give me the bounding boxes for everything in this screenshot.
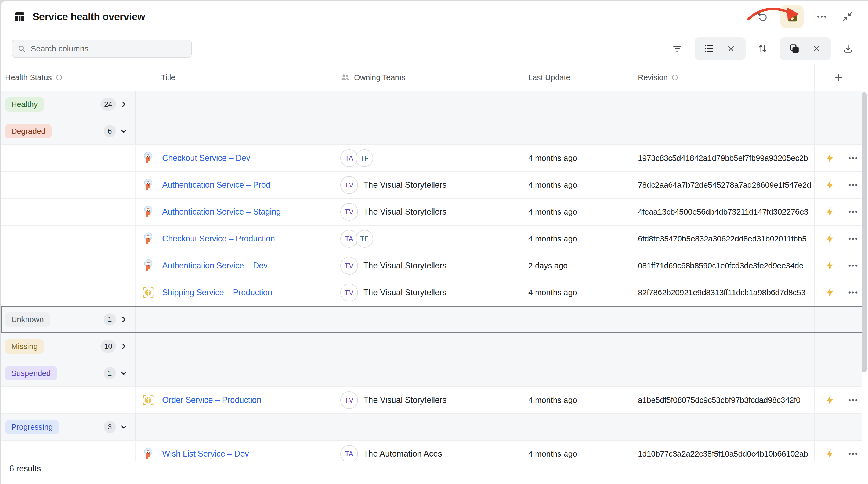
last-update-cell: 4 months ago (522, 226, 629, 252)
cube-service-icon (142, 286, 155, 299)
title-cell (136, 91, 332, 117)
download-button[interactable] (841, 41, 856, 56)
entity-row[interactable]: Authentication Service – DevTVThe Visual… (1, 253, 862, 279)
entity-row[interactable]: Authentication Service – ProdTVThe Visua… (1, 172, 862, 199)
column-header-actions (814, 64, 862, 91)
title-cell (136, 118, 332, 144)
status-badge: Progressing (5, 420, 59, 434)
last-update-cell (522, 414, 629, 440)
title-cell (136, 333, 332, 360)
entity-row[interactable]: Authentication Service – StagingTVThe Vi… (1, 199, 862, 226)
page-title: Service health overview (32, 11, 145, 23)
column-header-last-update[interactable]: Last Update (522, 64, 629, 91)
clear-list-view-button[interactable] (723, 41, 739, 56)
row-actions-menu-button[interactable] (847, 259, 859, 272)
widget-header: Service health overview (1, 1, 868, 33)
row-actions-menu-button[interactable] (847, 152, 859, 164)
column-header-owning-teams[interactable]: Owning Teams (332, 64, 522, 91)
row-actions-menu-button[interactable] (847, 179, 859, 191)
chevron-right-icon[interactable] (120, 100, 128, 108)
group-by-button[interactable] (787, 41, 802, 56)
owning-teams-cell: TVThe Visual Storytellers (332, 199, 522, 225)
revision-hash: 081ff71d69c68b8590c1e0fcd3de3fe2d9ee34de (638, 261, 803, 270)
list-view-icon (704, 43, 714, 54)
row-actions-menu-button[interactable] (847, 286, 859, 299)
team-avatar: TV (340, 284, 358, 302)
actions-cell (814, 360, 862, 387)
owning-teams-cell: TAThe Automation Aces (332, 441, 522, 461)
team-avatar: TV (340, 257, 358, 275)
entity-title-link[interactable]: Authentication Service – Dev (162, 261, 268, 271)
entity-title-link[interactable]: Authentication Service – Staging (162, 207, 281, 217)
revision-hash: a1be5df5f08075dc9c53cbf97b3fcdad98c342f0 (638, 396, 800, 405)
column-header-health-status[interactable]: Health Status (1, 64, 136, 91)
chevron-right-icon[interactable] (120, 315, 128, 323)
cube-service-icon (142, 393, 155, 407)
group-row-missing[interactable]: Missing10 (1, 333, 862, 360)
quick-action-button[interactable] (824, 206, 836, 218)
quick-action-button[interactable] (824, 233, 836, 245)
entity-title-link[interactable]: Checkout Service – Production (162, 234, 275, 244)
actions-cell (814, 253, 862, 279)
team-name: The Visual Storytellers (363, 180, 446, 190)
group-row-healthy[interactable]: Healthy24 (1, 91, 862, 118)
add-column-button[interactable] (833, 72, 843, 83)
quick-action-button[interactable] (824, 152, 836, 164)
actions-cell (814, 306, 862, 333)
actions-cell (814, 118, 862, 144)
quick-action-button[interactable] (824, 448, 836, 459)
quick-action-button[interactable] (824, 395, 836, 406)
quick-action-button[interactable] (824, 179, 836, 191)
group-by-icon (789, 43, 800, 54)
chevron-down-icon[interactable] (120, 369, 128, 377)
entity-title-link[interactable]: Checkout Service – Dev (162, 153, 250, 163)
chevron-down-icon[interactable] (120, 127, 128, 135)
last-update-text: 4 months ago (528, 449, 577, 458)
chevron-down-icon[interactable] (120, 423, 128, 431)
list-view-button[interactable] (702, 41, 716, 56)
search-columns-input[interactable] (30, 44, 186, 54)
row-actions-menu-button[interactable] (847, 206, 859, 218)
search-columns-box[interactable] (11, 39, 192, 58)
more-options-button[interactable] (814, 9, 829, 24)
column-header-revision[interactable]: Revision (629, 64, 814, 91)
info-icon[interactable] (672, 74, 678, 81)
entity-title-link[interactable]: Shipping Service – Production (162, 288, 272, 297)
actions-cell (814, 279, 862, 306)
row-actions-menu-button[interactable] (847, 233, 859, 245)
entity-row[interactable]: Wish List Service – DevTAThe Automation … (1, 441, 862, 461)
clear-group-by-button[interactable] (809, 41, 824, 56)
chevron-right-icon[interactable] (120, 342, 128, 350)
row-actions-menu-button[interactable] (847, 448, 859, 460)
entity-title-link[interactable]: Order Service – Production (162, 395, 261, 405)
actions-cell (814, 333, 862, 360)
team-name: The Visual Storytellers (363, 261, 446, 271)
group-row-unknown[interactable]: Unknown1 (1, 306, 862, 333)
entity-row[interactable]: Checkout Service – ProductionTATF4 month… (1, 226, 862, 253)
filter-button[interactable] (670, 41, 685, 56)
collapse-widget-button[interactable] (840, 9, 855, 24)
entity-row[interactable]: Shipping Service – ProductionTVThe Visua… (1, 279, 862, 306)
column-header-title[interactable]: Title (136, 64, 332, 91)
entity-title-link[interactable]: Authentication Service – Prod (162, 180, 271, 190)
undo-icon (756, 11, 768, 23)
group-row-suspended[interactable]: Suspended1 (1, 360, 862, 387)
entity-row[interactable]: Checkout Service – DevTATF4 months ago19… (1, 145, 862, 172)
info-icon[interactable] (56, 74, 63, 81)
quick-action-button[interactable] (824, 287, 836, 298)
save-view-button[interactable] (780, 5, 804, 28)
sort-button[interactable] (755, 41, 770, 56)
quick-action-button[interactable] (824, 260, 836, 271)
undo-button[interactable] (755, 9, 770, 24)
row-actions-menu-button[interactable] (847, 394, 859, 406)
download-icon (843, 43, 854, 54)
group-row-progressing[interactable]: Progressing3 (1, 414, 862, 441)
lightning-icon (824, 152, 836, 164)
group-count-badge: 1 (104, 313, 116, 325)
group-row-degraded[interactable]: Degraded6 (1, 118, 862, 145)
actions-cell (814, 226, 862, 252)
health-status-cell: Unknown1 (1, 306, 136, 333)
entity-row[interactable]: Order Service – ProductionTVThe Visual S… (1, 387, 862, 414)
owning-teams-cell: TVThe Visual Storytellers (332, 172, 522, 198)
entity-title-link[interactable]: Wish List Service – Dev (162, 449, 249, 459)
